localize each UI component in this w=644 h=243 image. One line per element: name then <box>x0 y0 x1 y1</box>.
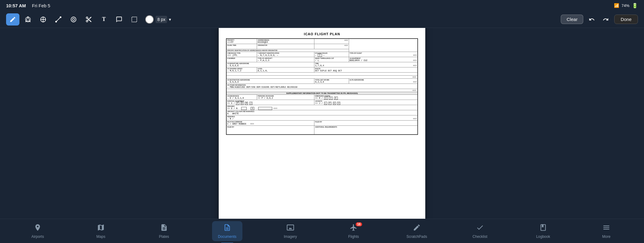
imagery-label: Imagery <box>284 234 297 239</box>
type-aircraft-value: P,A,2,3 <box>260 59 269 62</box>
more-label: More <box>602 234 610 239</box>
clear-button[interactable]: Clear <box>561 15 583 24</box>
nav-item-plates[interactable]: Plates <box>149 221 179 241</box>
done-button[interactable]: Done <box>614 15 638 24</box>
pilot-row: PILOT-IN-COMMAND C / GREY ROBBIE <<= FIL… <box>226 121 418 126</box>
nav-item-imagery[interactable]: Imagery <box>275 221 306 241</box>
destination-row: 16 DESTINATION AERODROME — E,G,K,O TOTAL… <box>226 79 418 84</box>
flights-label: Flights <box>348 234 359 239</box>
dinghies-number: N <box>236 107 237 110</box>
toolbar-right-actions: Clear Done <box>561 14 638 25</box>
persons-cell: PERSONS ON BOARD => P / 0,0,2 <box>257 95 314 100</box>
survival-cell: SURVIVAL EQUIPMENT => S / P D M J <box>226 100 314 105</box>
wake-turb-cell: WAKE TURBULENCE CAT / L <box>314 57 349 62</box>
wake-turb-value: / L <box>315 59 348 62</box>
shape-tool-button[interactable] <box>36 13 50 26</box>
equipment-cell: 10 EQUIPMENT BDGLORVV / CU2 <<= <box>349 57 418 62</box>
number-cell: 9 NUMBER <box>226 57 257 62</box>
scissors-tool-button[interactable] <box>82 13 95 26</box>
cruising-speed-value: M,0,1,7,2 <box>230 70 241 72</box>
airports-icon <box>34 224 42 233</box>
priority-arrows: <<= <box>227 41 231 43</box>
altn-cell: ALTN AERODROME <<= <box>349 79 418 84</box>
svg-point-1 <box>26 17 31 22</box>
radio-vhf: V <box>329 97 333 100</box>
size-dropdown-arrow[interactable]: ▾ <box>169 17 171 22</box>
nav-item-airports[interactable]: Airports <box>22 221 53 241</box>
svg-rect-10 <box>132 17 137 22</box>
eobt-cell: TIME 1,7,0,4 <<= <box>314 62 418 67</box>
route-cell: ROUTE DCT GIFLE DCT A5Q DCT <box>314 67 418 73</box>
destination-cell: 16 DESTINATION AERODROME — E,G,K,O <box>226 79 314 84</box>
wifi-icon: 📶 <box>614 3 619 8</box>
nav-item-checklist[interactable]: Checklist <box>465 221 495 241</box>
aircraft-id-value: N,7,0,2,8,9, <box>260 54 276 56</box>
main-content: ICAO FLIGHT PLAN PRIORITY <<=FF ADDRESSE… <box>0 28 644 219</box>
dinghies-cover: S <box>251 107 254 110</box>
filed-by-label-cell: FILED BY <box>226 126 314 135</box>
priority-value: FF <box>231 41 234 43</box>
addressee-extra-cell: <<= <box>314 39 349 44</box>
nav-item-flights[interactable]: Flights 18 <box>338 221 369 241</box>
undo-button[interactable] <box>586 14 597 25</box>
color-swatch[interactable] <box>145 15 154 24</box>
maps-label: Maps <box>96 234 105 239</box>
airports-label: Airports <box>31 234 44 239</box>
specific-id-cell: SPECIFIC IDENTIFICATION OF ADDRESSEE(S) … <box>226 49 349 52</box>
remarks-row: REMARKS — N / <<= <box>226 115 418 121</box>
supplementary-label: SUPPLEMENTARY INFORMATION (NOT TO BE TRA… <box>286 92 358 94</box>
filing-row: FILING TIME ORIGINATOR <<= <box>226 44 418 49</box>
nav-item-maps[interactable]: Maps <box>86 221 116 241</box>
nav-item-logbook[interactable]: Logbook <box>528 221 558 241</box>
priority-cell: PRIORITY <<=FF <box>226 39 257 44</box>
level-value: A,1,1,0, <box>258 70 313 72</box>
radio-uhf: U <box>324 97 328 100</box>
aircraft-colour-cell: AIRCRAFT COLOUR AND MARKINGS A WHITE <box>226 110 418 115</box>
documents-label: Documents <box>218 234 237 239</box>
select-tool-button[interactable] <box>21 13 35 26</box>
aircraft-colour-row: AIRCRAFT COLOUR AND MARKINGS A WHITE <box>226 110 418 115</box>
date-display: Fri Feb 5 <box>32 3 50 8</box>
departure-cell: 13 DEPARTURE AERODROME — E,G,E,E <box>226 62 314 67</box>
total-eet-value: 0,2,3,6 <box>315 81 348 83</box>
other-info-row: 18 OTHER INFORMATION — PBN/A1B2C2D2 DEP/… <box>226 84 418 89</box>
svg-point-9 <box>72 18 74 20</box>
eraser-tool-button[interactable] <box>67 13 80 26</box>
more-icon <box>602 224 610 233</box>
nav-item-documents[interactable]: Documents <box>212 221 242 241</box>
other-info-cont-row: <<= <box>226 89 418 92</box>
document-title: ICAO FLIGHT PLAN <box>226 32 418 36</box>
filing-time-cell: FILING TIME <box>226 44 257 49</box>
text-tool-button[interactable]: T <box>97 13 111 26</box>
plates-icon <box>160 224 168 233</box>
comment-tool-button[interactable] <box>112 13 126 26</box>
nav-item-scratchpads[interactable]: ScratchPads <box>402 221 432 241</box>
battery-level: 74% <box>622 3 629 8</box>
type-flight-cell: TYPE OF FLIGHT <<= <box>349 52 418 57</box>
total-eet-cell: TOTAL EET HR MIN 0,2,3,6 <box>314 79 349 84</box>
specific-id-row: SPECIFIC IDENTIFICATION OF ADDRESSEE(S) … <box>226 49 418 52</box>
status-icons: 📶 74% 🔋 <box>614 3 638 9</box>
route-cont-row2: <<= <box>226 76 418 79</box>
dinghies-row: DINGHIES => D / N S <<= <box>226 105 418 110</box>
jackets-cell: JACKETS => J / L F U V <box>314 100 418 105</box>
nav-item-more[interactable]: More <box>591 221 622 241</box>
line-tool-button[interactable] <box>52 13 65 26</box>
departure-row: 13 DEPARTURE AERODROME — E,G,E,E TIME 1,… <box>226 62 418 67</box>
time-display: 10:57 AM <box>6 3 26 8</box>
additional-req-row: FILED BY ADDITIONAL REQUIREMENTS <box>226 126 418 135</box>
color-size-group: 8 px ▾ <box>145 15 171 24</box>
aircraft-details-row: 9 NUMBER TYPE OF AIRCRAFT — P,A,2,3 WAKE… <box>226 57 418 62</box>
eobt-value: 1,7,0,4 <box>315 64 324 67</box>
document-paper: ICAO FLIGHT PLAN PRIORITY <<=FF ADDRESSE… <box>219 28 425 219</box>
redo-button[interactable] <box>600 14 611 25</box>
persons-value: P / 0,0,2 <box>262 97 273 99</box>
plates-label: Plates <box>159 234 169 239</box>
selection-rect-tool-button[interactable] <box>128 13 141 26</box>
imagery-icon <box>286 224 294 233</box>
message-type-row: 3 MESSAGE TYPE <<= (FPL 7 AIRCRAFT IDENT… <box>226 52 418 57</box>
equipment-value: BDGLORVV / CU2 <box>350 59 368 62</box>
pen-tool-button[interactable] <box>6 13 19 26</box>
documents-icon <box>223 224 231 233</box>
filed-by-cell: FILED BY <box>314 121 418 126</box>
